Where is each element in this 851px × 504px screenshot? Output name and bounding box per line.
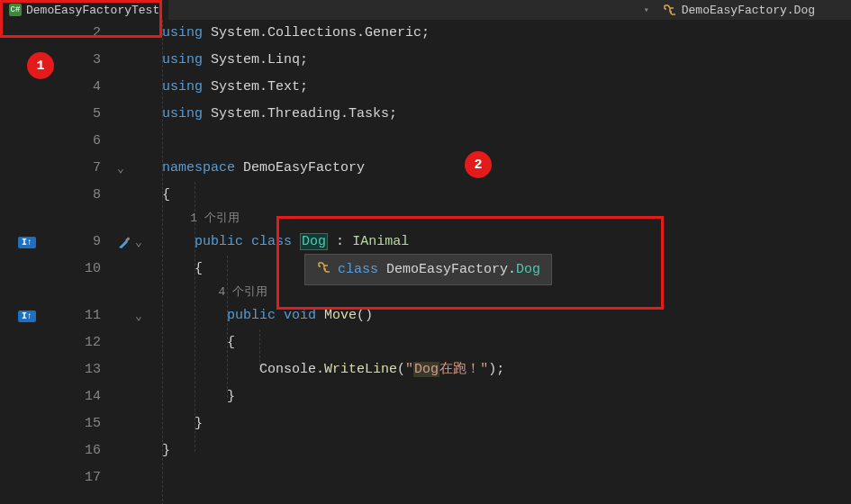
class-icon [662,3,676,17]
code-line: using System.Linq; [162,47,851,74]
code-line: using System.Text; [162,74,851,101]
fold-chevron-icon[interactable]: ⌄ [117,161,124,176]
code-line: { [162,329,851,356]
line-number-gutter: 2 3 4 5 6 7 8 9 10 11 12 13 14 15 16 17 [54,20,117,491]
code-line: public void Move() [162,302,851,329]
code-line: using System.Threading.Tasks; [162,101,851,128]
code-line: } [162,383,851,410]
code-line: { [162,182,851,209]
breadcrumb[interactable]: ▾ DemoEasyFactory.Dog [644,3,851,17]
file-tab-title: DemoEasyFactoryTest [26,4,159,17]
implement-badge[interactable]: I↑ [18,237,36,248]
code-line [162,128,851,155]
fold-chevron-icon[interactable]: ⌄ [135,309,142,323]
breadcrumb-text: DemoEasyFactory.Dog [682,4,815,17]
fold-column: ⌄ ⌄ ⌄ [117,20,162,491]
dropdown-icon[interactable]: ▾ [644,4,649,15]
file-tab[interactable]: C# DemoEasyFactoryTest [0,0,168,20]
code-line: Console.WriteLine("Dog在跑！"); [162,356,851,383]
csharp-file-icon: C# [9,4,22,16]
code-line: } [162,410,851,437]
code-line: public class Dog : IAnimal [162,229,851,256]
annotation-badge-1: 1 [27,52,54,79]
codelens-references[interactable]: 4 个引用 [162,283,851,302]
annotation-badge-2: 2 [465,151,492,178]
fold-chevron-icon[interactable]: ⌄ [135,235,142,249]
lightbulb-icon[interactable] [117,235,131,249]
class-icon [316,260,330,279]
tab-bar: C# DemoEasyFactoryTest ▾ DemoEasyFactory… [0,0,851,20]
hover-tooltip: class DemoEasyFactory.Dog [304,254,552,285]
code-line [162,464,851,491]
margin-column: I↑ I↑ [0,20,54,491]
code-line: } [162,437,851,464]
codelens-references[interactable]: 1 个引用 [162,209,851,229]
code-line: using System.Collections.Generic; [162,20,851,47]
code-line: namespace DemoEasyFactory [162,155,851,182]
implement-badge[interactable]: I↑ [18,310,36,322]
class-name-token: Dog [300,233,328,250]
